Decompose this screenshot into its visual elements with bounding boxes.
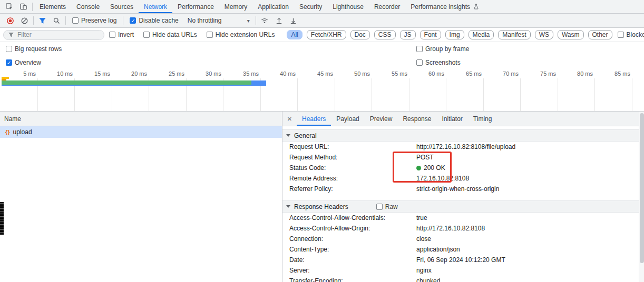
field-transfer-encoding: Transfer-Encoding: chunked: [282, 276, 644, 282]
tab-lighthouse[interactable]: Lighthouse: [327, 0, 369, 13]
checkbox: [6, 46, 12, 52]
field-value: POST: [416, 154, 434, 161]
chip-font[interactable]: Font: [420, 30, 441, 39]
device-toolbar-icon[interactable]: [16, 0, 31, 13]
tab-application[interactable]: Application: [252, 0, 294, 13]
tab-performance[interactable]: Performance: [172, 0, 219, 13]
tick-label: 5 ms: [23, 70, 36, 77]
details-tab-payload[interactable]: Payload: [331, 112, 364, 126]
chip-all[interactable]: All: [287, 30, 302, 39]
field-access-control-allow-credentials: Access-Control-Allow-Credentials: true: [282, 213, 644, 223]
field-value: application/json: [416, 246, 460, 253]
tick-label: 80 ms: [577, 70, 593, 77]
tab-label: Network: [144, 3, 167, 11]
devtools-window: Elements Console Sources Network Perform…: [0, 0, 644, 282]
chip-wasm[interactable]: Wasm: [558, 30, 584, 39]
field-referrer-policy: Referrer Policy: strict-origin-when-cros…: [282, 184, 644, 194]
field-value: close: [416, 235, 431, 243]
field-label: Content-Type:: [289, 246, 416, 253]
inspect-element-icon[interactable]: [2, 0, 16, 13]
tab-sources[interactable]: Sources: [105, 0, 139, 13]
details-tab-timing[interactable]: Timing: [468, 112, 497, 126]
tick-label: 75 ms: [540, 70, 556, 77]
section-title: General: [294, 132, 317, 139]
disable-cache-checkbox[interactable]: Disable cache: [130, 17, 178, 24]
import-har-icon[interactable]: [272, 14, 286, 27]
chip-img[interactable]: Img: [445, 30, 464, 39]
group-by-frame-checkbox[interactable]: Group by frame: [416, 45, 469, 53]
chip-fetch-xhr[interactable]: Fetch/XHR: [307, 30, 346, 39]
checkbox-label: Invert: [118, 31, 134, 38]
checkbox: [143, 32, 150, 38]
network-overview-timeline[interactable]: 5 ms 10 ms 15 ms 20 ms 25 ms 30 ms 35 ms…: [0, 69, 644, 112]
devtools-tabbar: Elements Console Sources Network Perform…: [0, 0, 644, 14]
triangle-down-icon: [286, 134, 290, 137]
vertical-scrollbar[interactable]: [639, 112, 644, 282]
request-row-upload[interactable]: {} upload: [0, 126, 282, 138]
filter-placeholder: Filter: [17, 31, 32, 38]
tab-console[interactable]: Console: [71, 0, 105, 13]
field-connection: Connection: close: [282, 234, 644, 244]
general-section-header[interactable]: General: [282, 129, 644, 142]
tab-performance-insights[interactable]: Performance insights: [405, 0, 485, 13]
divider: [33, 16, 34, 25]
network-conditions-icon[interactable]: [258, 14, 272, 27]
hide-data-urls-checkbox[interactable]: Hide data URLs: [143, 31, 197, 38]
chip-manifest[interactable]: Manifest: [498, 30, 530, 39]
chip-ws[interactable]: WS: [535, 30, 553, 39]
overview-bar-green: [2, 80, 261, 85]
blocked-response-cookies-checkbox[interactable]: Blocked response coo: [618, 31, 644, 38]
field-label: Remote Address:: [289, 175, 416, 182]
scrollbar-thumb[interactable]: [640, 113, 644, 263]
background-artifact: [0, 202, 4, 235]
checkbox-label: Hide data URLs: [152, 31, 197, 38]
divider: [256, 16, 256, 25]
record-network-log-icon[interactable]: [3, 14, 17, 27]
field-label: Status Code:: [289, 164, 416, 172]
tab-label: Performance: [178, 3, 214, 11]
details-tab-response[interactable]: Response: [397, 112, 436, 126]
response-headers-section-header[interactable]: Response Headers Raw: [282, 200, 644, 213]
hide-extension-urls-checkbox[interactable]: Hide extension URLs: [207, 31, 275, 38]
checkbox-label: Hide extension URLs: [216, 31, 275, 38]
tab-network[interactable]: Network: [139, 0, 172, 13]
details-tab-headers[interactable]: Headers: [297, 112, 331, 126]
tab-elements[interactable]: Elements: [34, 0, 71, 13]
chip-css[interactable]: CSS: [374, 30, 396, 39]
invert-checkbox[interactable]: Invert: [109, 31, 134, 38]
tab-label: Performance insights: [411, 3, 470, 11]
big-request-rows-checkbox[interactable]: Big request rows: [6, 45, 62, 53]
clear-network-log-icon[interactable]: [17, 14, 32, 27]
network-toolbar: Preserve log Disable cache No throttling…: [0, 14, 644, 28]
details-tab-preview[interactable]: Preview: [365, 112, 398, 126]
details-tab-initiator[interactable]: Initiator: [436, 112, 467, 126]
raw-checkbox[interactable]: Raw: [376, 203, 398, 210]
export-har-icon[interactable]: [286, 14, 300, 27]
overview-bar-blue-tail: [251, 80, 266, 85]
tab-memory[interactable]: Memory: [219, 0, 252, 13]
close-icon[interactable]: ×: [282, 112, 297, 126]
chevron-down-icon: ▾: [247, 18, 250, 24]
throttling-dropdown[interactable]: No throttling ▾: [188, 17, 250, 24]
field-value: strict-origin-when-cross-origin: [416, 185, 499, 193]
screenshots-checkbox[interactable]: Screenshots: [416, 59, 461, 66]
overview-checkbox[interactable]: Overview: [6, 59, 41, 66]
fetch-braces-icon: {}: [5, 129, 10, 135]
experiment-flask-icon: [473, 3, 480, 10]
tick-label: 10 ms: [57, 70, 73, 77]
field-request-method: Request Method: POST: [282, 152, 644, 163]
preserve-log-checkbox[interactable]: Preserve log: [72, 17, 116, 24]
checkbox: [72, 17, 79, 24]
tab-label: Application: [258, 3, 289, 11]
chip-js[interactable]: JS: [400, 30, 416, 39]
tab-security[interactable]: Security: [294, 0, 327, 13]
chip-other[interactable]: Other: [588, 30, 612, 39]
field-content-type: Content-Type: application/json: [282, 244, 644, 255]
name-column-header[interactable]: Name: [0, 112, 282, 126]
search-icon[interactable]: [50, 14, 64, 27]
chip-doc[interactable]: Doc: [350, 30, 370, 39]
filter-icon[interactable]: [35, 14, 50, 27]
tab-recorder[interactable]: Recorder: [369, 0, 405, 13]
chip-media[interactable]: Media: [469, 30, 494, 39]
filter-input[interactable]: Filter: [3, 30, 104, 40]
